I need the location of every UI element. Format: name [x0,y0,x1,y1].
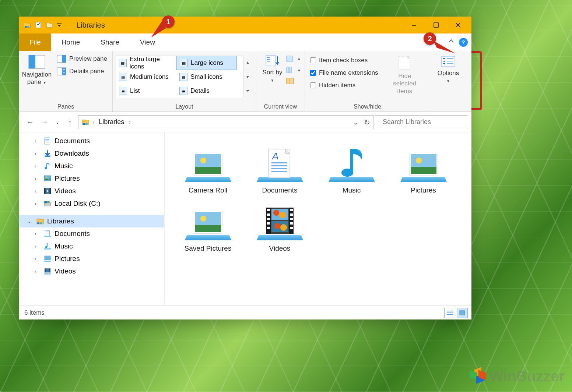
tree-lib-videos[interactable]: ›Videos [19,265,164,278]
tree-downloads[interactable]: ›Downloads [19,147,164,160]
maximize-button[interactable] [425,17,447,33]
address-bar[interactable]: › Libraries › ⌄ ↻ [78,115,373,129]
breadcrumb-separator[interactable]: › [129,119,130,126]
svg-rect-19 [63,71,65,71]
layout-medium[interactable]: ▦Medium icons [116,70,176,84]
svg-rect-44 [45,156,50,157]
recent-locations-button[interactable]: ⌄ [53,116,62,129]
layout-small[interactable]: ▦Small icons [176,70,237,84]
back-button[interactable]: ← [24,116,37,129]
navigation-tree[interactable]: ›Documents ›Downloads ›Music ›Pictures ›… [19,133,165,306]
navigation-bar: ← → ⌄ ↑ › Libraries › ⌄ ↻ [19,112,471,133]
svg-rect-84 [267,222,270,225]
svg-rect-83 [267,218,270,220]
tree-pictures[interactable]: ›Pictures [19,172,164,185]
details-pane-button[interactable]: Details pane [54,66,110,77]
tree-documents[interactable]: ›Documents [19,135,164,147]
item-check-boxes-toggle[interactable]: Item check boxes [308,56,380,65]
layout-scroll-more[interactable]: ⏷ [244,84,251,98]
layout-details[interactable]: ≣Details [176,84,237,98]
tree-lib-music[interactable]: ›Music [19,240,164,252]
svg-rect-68 [45,268,45,272]
svg-rect-46 [44,176,51,181]
tree-local-disk[interactable]: ›Local Disk (C:) [19,197,164,210]
navigation-pane-button[interactable]: Navigation pane ▼ [22,53,52,88]
svg-rect-56 [37,219,40,220]
item-pictures[interactable]: Pictures [387,144,459,194]
svg-rect-97 [447,311,453,311]
svg-rect-60 [46,232,49,232]
svg-rect-17 [62,68,66,75]
item-camera-roll[interactable]: Camera Roll [172,144,244,194]
help-button[interactable]: ? [459,38,468,47]
qat-properties-icon[interactable] [35,21,42,29]
breadcrumb-separator[interactable]: › [92,119,94,126]
item-videos[interactable]: Videos [244,202,316,252]
tree-music[interactable]: ›Music [19,160,164,172]
sizeall-button[interactable] [285,77,302,86]
sort-by-button[interactable]: Sort by ▼ [259,53,285,85]
svg-rect-53 [44,201,47,203]
svg-point-77 [341,169,353,177]
ribbon-tabs: File Home Share View ? [19,33,471,51]
svg-rect-70 [44,273,51,275]
view-details-button[interactable] [444,308,455,318]
svg-rect-22 [267,57,270,58]
layout-extra-large[interactable]: ▦Extra large icons [116,56,176,70]
svg-rect-36 [82,120,85,121]
qat-newfolder-icon[interactable] [46,21,53,29]
layout-large[interactable]: ▦Large icons [176,56,237,70]
close-button[interactable] [447,17,469,33]
svg-rect-37 [83,123,85,125]
svg-rect-54 [47,201,50,203]
tab-file[interactable]: File [19,33,51,51]
svg-rect-61 [46,233,49,233]
minimize-button[interactable] [403,17,425,33]
tree-lib-documents[interactable]: ›Documents [19,227,164,240]
svg-rect-75 [271,168,287,169]
svg-text:A: A [271,151,278,162]
ribbon-view: Navigation pane ▼ Preview pane Details p… [19,51,471,112]
view-large-icons-button[interactable] [457,308,468,318]
up-button[interactable]: ↑ [63,116,77,129]
groupby-button[interactable]: ▼ [285,55,302,64]
svg-rect-29 [290,78,294,84]
svg-rect-25 [287,56,292,62]
svg-point-47 [46,177,47,179]
svg-rect-73 [271,162,287,163]
tree-videos[interactable]: ›Videos [19,185,164,197]
tree-libraries[interactable]: ⌄Libraries [19,215,164,227]
forward-button: → [38,116,52,129]
tab-share[interactable]: Share [90,33,130,51]
search-box[interactable] [375,115,467,129]
svg-rect-59 [45,230,49,237]
svg-rect-52 [45,204,46,204]
tab-home[interactable]: Home [51,33,91,51]
svg-rect-69 [50,268,50,272]
item-saved-pictures[interactable]: Saved Pictures [172,202,244,252]
address-history-button[interactable]: ⌄ [353,118,358,126]
layout-scroll-down[interactable]: ▼ [244,70,251,84]
svg-marker-0 [151,21,166,38]
svg-rect-65 [45,256,50,260]
layout-scroll-up[interactable]: ▲ [244,56,251,70]
svg-rect-88 [290,218,293,220]
item-music[interactable]: Music [316,144,387,194]
addcolumns-button[interactable]: ▼ [285,66,302,75]
svg-rect-99 [447,314,453,315]
hidden-items-toggle[interactable]: Hidden items [308,81,380,90]
refresh-button[interactable]: ↻ [364,118,370,127]
item-documents[interactable]: A Documents [244,144,316,194]
svg-rect-27 [289,67,292,73]
file-name-extensions-toggle[interactable]: File name extensions [308,68,380,78]
svg-rect-9 [57,24,62,24]
content-area[interactable]: Camera Roll A Documents Music Pictures [165,133,471,306]
layout-list[interactable]: ≣List [116,84,176,98]
titlebar[interactable]: Libraries [19,17,471,33]
breadcrumb-libraries[interactable]: Libraries [97,117,126,127]
tree-lib-pictures[interactable]: ›Pictures [19,252,164,265]
search-input[interactable] [383,118,468,126]
qat-dropdown-icon[interactable] [57,21,62,29]
svg-rect-85 [267,227,270,229]
preview-pane-button[interactable]: Preview pane [54,53,110,64]
